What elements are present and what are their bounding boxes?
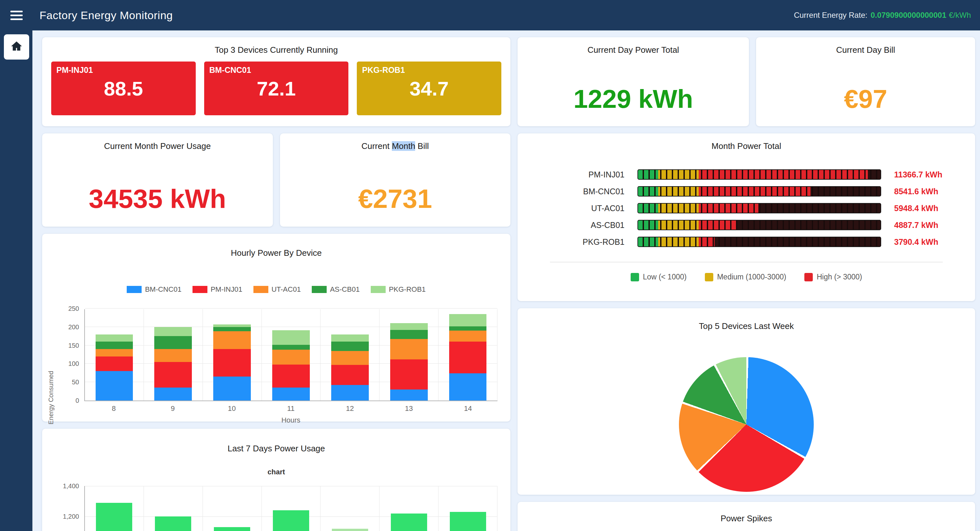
bar-group xyxy=(320,309,380,401)
bar-segmentation-overlay xyxy=(638,170,880,179)
bar-segment-AS-CB01 xyxy=(449,327,487,331)
bar-groups xyxy=(85,486,498,531)
bar-segmentation-overlay xyxy=(638,237,880,246)
bar-segment-PM-INJ01 xyxy=(95,357,133,371)
month-total-bar xyxy=(638,203,881,213)
card-title: Current Month Power Usage xyxy=(42,133,273,151)
legend-swatch xyxy=(312,286,327,293)
legend-item: Medium (1000-3000) xyxy=(705,273,786,281)
y-tick-label: 200 xyxy=(56,323,79,331)
month-total-row: PM-INJ0111366.7 kWh xyxy=(517,166,975,183)
bar-segment-PKG-ROB1 xyxy=(272,330,310,345)
card-title: Current Day Power Total xyxy=(517,37,749,55)
card-power-spikes: Power Spikes 130 xyxy=(517,502,975,531)
day-bill-value: €97 xyxy=(756,84,975,114)
x-tick-label: 12 xyxy=(320,404,380,413)
device-name: PKG-ROB1 xyxy=(362,65,405,75)
bar-group xyxy=(85,309,144,401)
device-tile: PKG-ROB134.7 xyxy=(357,62,501,115)
bar-segment-PKG-ROB1 xyxy=(331,334,369,342)
bar-group xyxy=(85,486,144,531)
x-tick-label: 13 xyxy=(380,404,439,413)
stacked-bar xyxy=(272,330,310,401)
y-axis-title: Energy Consumed xyxy=(47,309,55,425)
month-total-row: BM-CNC018541.6 kWh xyxy=(517,183,975,200)
bar-segment-PKG-ROB1 xyxy=(390,323,428,330)
bar-segment-UT-AC01 xyxy=(449,331,487,342)
day-bar xyxy=(214,527,250,531)
legend-swatch xyxy=(253,286,268,293)
x-tick-label: 9 xyxy=(143,404,202,413)
legend-label: Low (< 1000) xyxy=(643,273,687,281)
home-icon xyxy=(10,40,23,54)
bar-segmentation-overlay xyxy=(638,220,880,230)
y-tick-label: 100 xyxy=(56,360,79,368)
bar-segment-BM-CNC01 xyxy=(331,385,369,401)
bar-segment-AS-CB01 xyxy=(95,342,133,349)
bar-segment-UT-AC01 xyxy=(331,351,369,365)
selected-text: Month xyxy=(392,141,415,151)
month-bill-value: €2731 xyxy=(280,184,511,214)
bar-segment-PM-INJ01 xyxy=(154,362,192,388)
legend-item-AS-CB01[interactable]: AS-CB01 xyxy=(312,285,360,294)
menu-icon[interactable] xyxy=(10,8,23,22)
device-tile: PM-INJ0188.5 xyxy=(51,62,196,115)
card-day-total: Current Day Power Total 1229 kWh xyxy=(517,37,749,126)
hourly-plot: 050100150200250 xyxy=(84,309,498,401)
x-tick-label: 11 xyxy=(261,404,320,413)
month-total-row: UT-AC015948.4 kWh xyxy=(517,200,975,217)
device-label: BM-CNC01 xyxy=(576,187,625,196)
bar-segment-AS-CB01 xyxy=(331,342,369,351)
bar-group xyxy=(380,486,439,531)
device-kwh-value: 3790.4 kWh xyxy=(894,237,956,247)
legend-swatch xyxy=(127,286,142,293)
bar-segment-PKG-ROB1 xyxy=(213,325,251,327)
legend-label: High (> 3000) xyxy=(817,273,862,281)
hourly-x-labels: 891011121314 xyxy=(84,404,498,413)
legend-item-UT-AC01[interactable]: UT-AC01 xyxy=(253,285,301,294)
device-kwh-value: 8541.6 kWh xyxy=(894,187,956,196)
legend-label: UT-AC01 xyxy=(272,285,301,294)
bar-segment-UT-AC01 xyxy=(154,349,192,362)
stacked-bar xyxy=(154,327,192,401)
bar-groups xyxy=(85,309,498,401)
energy-rate: Current Energy Rate:0.0790900000000001€/… xyxy=(794,11,971,20)
stacked-bar xyxy=(449,314,487,401)
home-button[interactable] xyxy=(4,34,29,60)
legend-item: Low (< 1000) xyxy=(631,273,687,281)
card-title: Hourly Power By Device xyxy=(42,234,511,258)
legend-item-BM-CNC01[interactable]: BM-CNC01 xyxy=(127,285,181,294)
stacked-bar xyxy=(213,325,251,401)
gridline xyxy=(85,308,498,309)
bar-segment-UT-AC01 xyxy=(95,349,133,357)
device-label: PKG-ROB1 xyxy=(576,237,625,247)
card-title: Top 5 Devices Last Week xyxy=(517,308,975,331)
x-tick-label: 14 xyxy=(439,404,498,413)
legend-label: BM-CNC01 xyxy=(145,285,181,294)
bar-group xyxy=(203,309,262,401)
bar-segment-BM-CNC01 xyxy=(449,373,487,401)
legend-item-PM-INJ01[interactable]: PM-INJ01 xyxy=(192,285,242,294)
card-month-bill: Current Month Bill €2731 xyxy=(280,133,511,227)
device-label: PM-INJ01 xyxy=(576,170,625,179)
legend-swatch xyxy=(192,286,207,293)
x-tick-label: 8 xyxy=(84,404,143,413)
device-name: BM-CNC01 xyxy=(209,65,251,75)
y-tick-label: 150 xyxy=(56,342,79,349)
bar-group xyxy=(380,309,439,401)
chart-subtitle: chart xyxy=(42,468,511,476)
pie-chart xyxy=(679,357,814,492)
day-bar xyxy=(450,512,486,531)
card-hourly-power: Hourly Power By Device BM-CNC01PM-INJ01U… xyxy=(42,234,511,422)
card-month-total: Month Power Total PM-INJ0111366.7 kWhBM-… xyxy=(517,133,975,301)
bar-segment-PM-INJ01 xyxy=(272,365,310,388)
device-kwh-value: 4887.7 kWh xyxy=(894,220,956,230)
bar-group xyxy=(144,309,203,401)
legend-item-PKG-ROB1[interactable]: PKG-ROB1 xyxy=(371,285,426,294)
y-tick-label: 0 xyxy=(56,397,79,404)
card-top5-week: Top 5 Devices Last Week xyxy=(517,308,975,495)
month-total-bar xyxy=(638,170,881,180)
day-bar xyxy=(273,510,309,531)
y-tick-label: 50 xyxy=(56,379,79,386)
bar-group xyxy=(262,486,321,531)
